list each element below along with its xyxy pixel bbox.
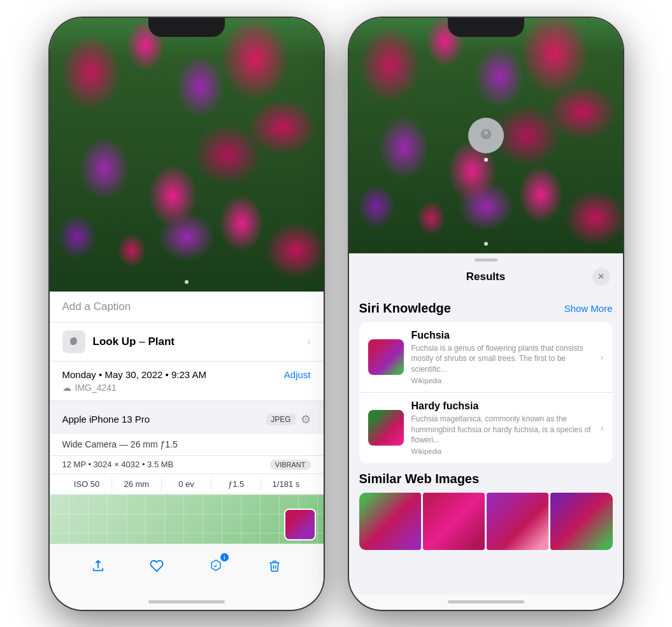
- fuchsia-source: Wikipedia: [411, 377, 593, 384]
- visual-lookup-dot: [484, 158, 488, 162]
- camera-model: Apple iPhone 13 Pro: [62, 414, 150, 425]
- siri-knowledge-section-header: Siri Knowledge Show More: [359, 301, 613, 316]
- delete-button[interactable]: [261, 552, 289, 580]
- share-button[interactable]: [84, 552, 112, 580]
- bottom-toolbar: i: [50, 544, 324, 595]
- hardy-fuchsia-title: Hardy fuchsia: [411, 400, 593, 412]
- hardy-fuchsia-text: Hardy fuchsia Fuchsia magellanica, commo…: [411, 400, 593, 455]
- right-phone-screen: Results ✕ Siri Knowledge Show More: [349, 18, 623, 610]
- show-more-button[interactable]: Show More: [564, 303, 613, 314]
- date-row: Monday • May 30, 2022 • 9:23 AM Adjust ☁…: [50, 362, 324, 401]
- adjust-button[interactable]: Adjust: [284, 369, 311, 380]
- resolution-text: 12 MP • 3024 × 4032 • 3.5 MB: [62, 460, 174, 470]
- aperture-value: ƒ1.5: [211, 478, 261, 490]
- info-button[interactable]: i: [202, 552, 230, 580]
- fuchsia-desc: Fuchsia is a genus of flowering plants t…: [411, 343, 593, 375]
- web-image-2[interactable]: [423, 493, 485, 550]
- home-indicator: [50, 595, 324, 610]
- hardy-fuchsia-source: Wikipedia: [411, 447, 593, 455]
- right-phone-notch: [448, 18, 524, 37]
- right-photo-area[interactable]: [349, 18, 623, 253]
- favorite-button[interactable]: [143, 552, 171, 580]
- shutter-value: 1/181 s: [261, 478, 310, 490]
- date-text: Monday • May 30, 2022 • 9:23 AM: [62, 369, 206, 380]
- format-badge: JPEG: [266, 414, 295, 425]
- lookup-chevron-icon: ›: [307, 336, 310, 348]
- results-header: Results ✕: [349, 262, 623, 292]
- vibrant-badge: VIBRANT: [270, 460, 311, 470]
- iso-value: ISO 50: [62, 478, 112, 490]
- photo-area[interactable]: [50, 18, 324, 292]
- lookup-icon: [62, 330, 85, 353]
- right-home-indicator: [349, 595, 623, 610]
- exif-row: ISO 50 26 mm 0 ev ƒ1.5 1/181 s: [62, 474, 311, 494]
- right-phone: Results ✕ Siri Knowledge Show More: [349, 18, 623, 610]
- web-image-3[interactable]: [487, 493, 548, 550]
- filename: IMG_4241: [75, 383, 117, 393]
- web-image-4[interactable]: [550, 493, 612, 550]
- photo-page-dot: [185, 280, 189, 284]
- caption-field[interactable]: Add a Caption: [50, 292, 324, 323]
- settings-icon: ⚙: [301, 412, 311, 426]
- fuchsia-title: Fuchsia: [411, 330, 593, 341]
- left-phone: Add a Caption Look Up – Plant › Monday •…: [50, 18, 324, 610]
- focal-value: 26 mm: [112, 478, 162, 490]
- flower-image: [50, 18, 324, 292]
- results-content: Siri Knowledge Show More Fuchsia Fuchsia…: [349, 292, 623, 595]
- camera-info: Apple iPhone 13 Pro JPEG ⚙ Wide Camera —…: [50, 406, 324, 495]
- web-images-section-header: Similar Web Images: [359, 472, 613, 486]
- lookup-row[interactable]: Look Up – Plant ›: [50, 323, 324, 362]
- results-panel: Results ✕ Siri Knowledge Show More: [349, 253, 623, 595]
- web-images-grid: [359, 493, 613, 550]
- close-button[interactable]: ✕: [592, 268, 610, 286]
- web-image-1[interactable]: [359, 493, 421, 550]
- hardy-fuchsia-thumbnail: [368, 410, 404, 446]
- fuchsia-text: Fuchsia Fuchsia is a genus of flowering …: [411, 330, 593, 384]
- left-phone-screen: Add a Caption Look Up – Plant › Monday •…: [50, 18, 324, 610]
- knowledge-item-hardy-fuchsia[interactable]: Hardy fuchsia Fuchsia magellanica, commo…: [359, 393, 613, 463]
- info-area: Add a Caption Look Up – Plant › Monday •…: [50, 292, 324, 544]
- hardy-fuchsia-chevron-icon: ›: [601, 423, 604, 433]
- map-thumbnail: [284, 509, 316, 540]
- cloud-icon: ☁: [62, 383, 71, 393]
- knowledge-card: Fuchsia Fuchsia is a genus of flowering …: [359, 322, 613, 463]
- lookup-label: Look Up – Plant: [93, 335, 175, 348]
- results-title: Results: [380, 271, 592, 283]
- ev-value: 0 ev: [162, 478, 211, 490]
- fuchsia-thumbnail: [368, 339, 404, 375]
- drag-handle[interactable]: [349, 253, 623, 262]
- visual-lookup-button[interactable]: [468, 118, 504, 153]
- similar-web-title: Similar Web Images: [359, 472, 480, 486]
- map-area[interactable]: [50, 495, 324, 544]
- hardy-fuchsia-desc: Fuchsia magellanica, commonly known as t…: [411, 414, 593, 446]
- right-photo-dot: [484, 242, 488, 246]
- knowledge-item-fuchsia[interactable]: Fuchsia Fuchsia is a genus of flowering …: [359, 322, 613, 393]
- lens-desc: Wide Camera — 26 mm ƒ1.5: [62, 439, 178, 449]
- fuchsia-chevron-icon: ›: [601, 352, 604, 362]
- siri-knowledge-title: Siri Knowledge: [359, 301, 451, 316]
- caption-placeholder: Add a Caption: [62, 300, 131, 313]
- similar-web-images-section: Similar Web Images: [359, 472, 613, 550]
- phone-notch: [148, 18, 225, 37]
